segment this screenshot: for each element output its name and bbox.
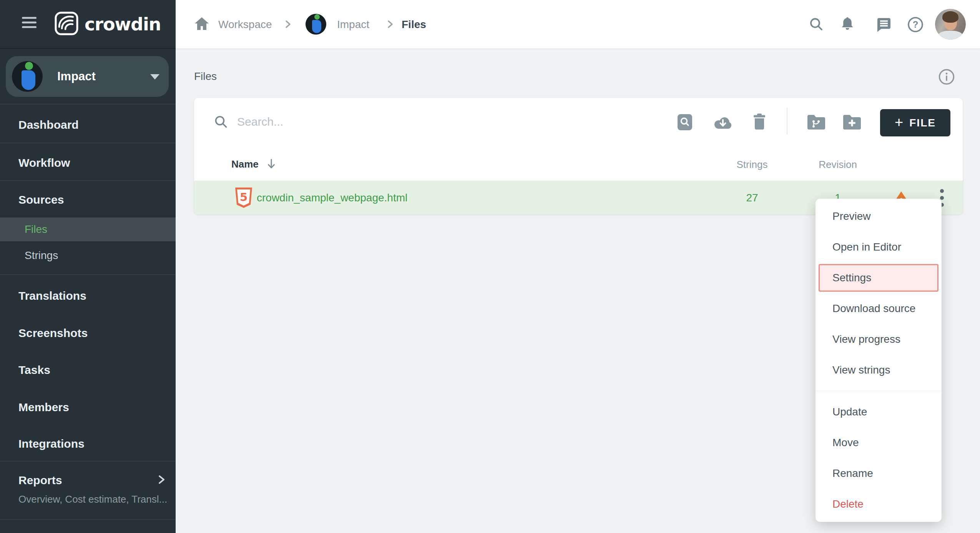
- file-strings-count: 27: [725, 181, 779, 214]
- breadcrumb-project-avatar[interactable]: [306, 14, 326, 35]
- reports-subtitle: Overview, Cost estimate, Transl...: [18, 493, 167, 505]
- avatar-shirt: [938, 31, 963, 40]
- topbar: Workspace Impact Files ?: [176, 0, 980, 49]
- divider: [0, 143, 176, 143]
- page-title: Files: [194, 70, 217, 83]
- menu-item-move[interactable]: Move: [816, 427, 942, 458]
- project-avatar-blue-shape: [312, 20, 321, 33]
- project-avatar-green-dot: [25, 62, 33, 70]
- menu-item-rename[interactable]: Rename: [816, 458, 942, 489]
- user-avatar[interactable]: [935, 9, 966, 40]
- column-header-revision: Revision: [811, 159, 865, 171]
- breadcrumb-workspace[interactable]: Workspace: [218, 0, 272, 49]
- breadcrumb-current-page: Files: [402, 0, 426, 49]
- divider: [0, 274, 176, 275]
- new-folder-icon[interactable]: [842, 114, 862, 132]
- divider: [0, 180, 176, 181]
- branch-folder-icon[interactable]: [807, 114, 826, 132]
- info-icon[interactable]: [938, 68, 955, 87]
- divider: [0, 519, 176, 520]
- project-avatar-green-dot: [314, 14, 320, 20]
- plus-icon: +: [895, 115, 903, 130]
- search-icon: [213, 114, 229, 131]
- menu-item-open-in-editor[interactable]: Open in Editor: [816, 232, 942, 262]
- add-file-label: FILE: [909, 117, 936, 129]
- sort-descending-icon[interactable]: [266, 158, 277, 172]
- chevron-right-icon: [156, 474, 167, 487]
- sidebar-item-screenshots[interactable]: Screenshots: [18, 326, 88, 340]
- sidebar-item-strings[interactable]: Strings: [25, 248, 58, 263]
- crowdin-wordmark: crowdin: [85, 14, 161, 35]
- breadcrumb-project[interactable]: Impact: [337, 0, 369, 49]
- divider: [0, 461, 176, 462]
- sidebar-item-sources[interactable]: Sources: [18, 193, 64, 207]
- html5-file-icon: 5: [235, 188, 252, 208]
- menu-item-download-source[interactable]: Download source: [816, 293, 942, 324]
- chevron-right-icon: [283, 20, 292, 30]
- sidebar-item-integrations[interactable]: Integrations: [18, 437, 85, 451]
- sidebar-header: crowdin: [0, 0, 176, 49]
- divider: [0, 104, 176, 105]
- help-icon[interactable]: ?: [907, 16, 924, 35]
- sidebar-item-reports[interactable]: Reports: [18, 473, 62, 488]
- menu-item-delete[interactable]: Delete: [816, 489, 942, 520]
- sidebar-item-members[interactable]: Members: [18, 400, 69, 415]
- download-icon[interactable]: [713, 115, 733, 132]
- file-name-link[interactable]: crowdin_sample_webpage.html: [257, 181, 407, 214]
- chevron-right-icon: [385, 20, 395, 30]
- hamburger-menu-icon[interactable]: [22, 17, 37, 32]
- preview-translations-icon[interactable]: [676, 113, 694, 133]
- sidebar-item-files-label: Files: [25, 218, 47, 241]
- sidebar-item-files-active[interactable]: Files: [0, 218, 176, 241]
- sidebar: crowdin Impact Dashboard Workflow Source…: [0, 0, 176, 533]
- files-card: + FILE Name Strings Revision 5 crowdin_s…: [194, 98, 963, 214]
- crowdin-logo-icon: [54, 11, 79, 37]
- sidebar-item-translations[interactable]: Translations: [18, 289, 86, 303]
- file-context-menu: Preview Open in Editor Settings Download…: [816, 199, 942, 522]
- menu-item-view-strings[interactable]: View strings: [816, 355, 942, 385]
- menu-item-settings[interactable]: Settings: [819, 264, 938, 292]
- project-avatar-blue-shape: [22, 70, 35, 90]
- sidebar-item-workflow[interactable]: Workflow: [18, 156, 70, 170]
- project-avatar: [12, 61, 43, 92]
- sidebar-item-dashboard[interactable]: Dashboard: [18, 118, 79, 132]
- search-input[interactable]: [237, 112, 583, 131]
- delete-trash-icon[interactable]: [752, 113, 767, 132]
- project-name: Impact: [57, 56, 96, 97]
- sidebar-item-tasks[interactable]: Tasks: [18, 363, 50, 377]
- avatar-hair: [942, 11, 958, 23]
- divider: [787, 108, 787, 134]
- add-file-button[interactable]: + FILE: [880, 109, 950, 136]
- svg-text:?: ?: [913, 19, 919, 30]
- messages-icon[interactable]: [875, 16, 892, 35]
- menu-item-view-progress[interactable]: View progress: [816, 324, 942, 355]
- search-icon[interactable]: [808, 16, 824, 34]
- column-header-name[interactable]: Name: [231, 158, 259, 170]
- home-icon[interactable]: [194, 16, 210, 33]
- project-selector[interactable]: Impact: [6, 56, 169, 97]
- column-header-strings: Strings: [725, 159, 779, 171]
- divider: [816, 391, 942, 391]
- chevron-down-icon: [150, 74, 159, 80]
- notifications-bell-icon[interactable]: [839, 16, 855, 34]
- menu-item-preview[interactable]: Preview: [816, 201, 942, 232]
- crowdin-logo[interactable]: crowdin: [54, 12, 161, 37]
- menu-item-update[interactable]: Update: [816, 397, 942, 427]
